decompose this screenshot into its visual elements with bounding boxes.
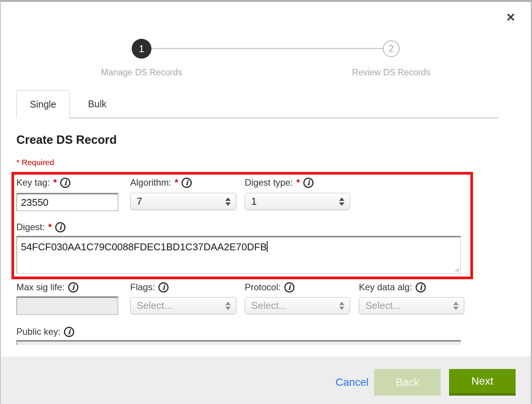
tab-single[interactable]: Single — [16, 90, 70, 118]
max-sig-life-label-text: Max sig life: — [16, 282, 65, 293]
resize-handle-icon[interactable] — [453, 266, 459, 272]
flags-select[interactable]: Select... — [130, 297, 236, 314]
algorithm-select[interactable]: 7 — [130, 193, 236, 210]
key-data-alg-label: Key data alg: i — [359, 282, 426, 293]
key-data-alg-info-icon[interactable]: i — [416, 282, 426, 293]
max-sig-life-info-icon[interactable]: i — [68, 282, 78, 293]
digest-type-select-value: 1 — [251, 196, 256, 207]
digest-type-label: Digest type: * i — [245, 177, 314, 188]
dropdown-stepper-icon — [225, 197, 231, 206]
key-data-alg-select[interactable]: Select... — [359, 297, 464, 314]
protocol-label: Protocol: i — [245, 282, 295, 293]
create-ds-record-modal: ✕ 1 2 Manage DS Records Review DS Record… — [0, 0, 532, 404]
public-key-label-text: Public key: — [16, 326, 61, 337]
close-icon[interactable]: ✕ — [503, 10, 518, 25]
text-cursor — [267, 241, 268, 252]
key-tag-info-icon[interactable]: i — [60, 178, 70, 188]
page-title: Create DS Record — [16, 133, 117, 147]
algorithm-select-value: 7 — [137, 196, 142, 207]
flags-label-text: Flags: — [130, 282, 155, 293]
digest-textarea[interactable]: 54FCF030AA1C79C0088FDEC1BD1C37DAA2E70DFB — [16, 236, 461, 274]
digest-info-icon[interactable]: i — [55, 222, 65, 232]
key-tag-label-text: Key tag: — [16, 177, 50, 188]
key-tag-required-marker: * — [53, 177, 57, 188]
tab-bar-divider — [70, 118, 498, 118]
dropdown-stepper-icon — [339, 302, 344, 310]
digest-type-label-text: Digest type: — [245, 177, 293, 188]
stepper-connector-line — [151, 48, 384, 49]
protocol-select-placeholder: Select... — [251, 300, 287, 312]
public-key-textarea[interactable] — [16, 340, 461, 345]
cancel-button[interactable]: Cancel — [329, 369, 375, 396]
next-button[interactable]: Next — [449, 369, 516, 396]
tab-bulk[interactable]: Bulk — [70, 90, 125, 118]
stepper-step-1-label: Manage DS Records — [81, 67, 202, 78]
dropdown-stepper-icon — [453, 302, 459, 310]
digest-type-info-icon[interactable]: i — [303, 178, 314, 188]
public-key-label: Public key: i — [16, 326, 74, 337]
max-sig-life-input[interactable] — [16, 296, 118, 315]
algorithm-label: Algorithm: * i — [130, 177, 192, 188]
digest-type-required-marker: * — [296, 177, 300, 188]
algorithm-required-marker: * — [175, 177, 178, 188]
dropdown-stepper-icon — [225, 302, 231, 310]
flags-info-icon[interactable]: i — [158, 282, 169, 293]
public-key-info-icon[interactable]: i — [64, 327, 74, 337]
protocol-info-icon[interactable]: i — [284, 282, 295, 293]
stepper-step-2-label: Review DS Records — [330, 67, 452, 78]
digest-label: Digest: * i — [16, 222, 65, 232]
max-sig-life-label: Max sig life: i — [16, 282, 78, 293]
key-data-alg-label-text: Key data alg: — [359, 282, 412, 293]
digest-type-select[interactable]: 1 — [245, 193, 350, 210]
key-tag-input[interactable]: 23550 — [16, 193, 118, 211]
flags-label: Flags: i — [130, 282, 169, 293]
required-note: * Required — [16, 158, 54, 167]
digest-textarea-value: 54FCF030AA1C79C0088FDEC1BD1C37DAA2E70DFB — [21, 241, 267, 253]
dropdown-stepper-icon — [339, 197, 344, 206]
protocol-label-text: Protocol: — [245, 282, 281, 293]
modal-footer: Cancel Back Next — [1, 356, 531, 404]
algorithm-info-icon[interactable]: i — [182, 178, 192, 188]
digest-label-text: Digest: — [16, 222, 45, 232]
digest-required-marker: * — [48, 222, 52, 232]
key-data-alg-select-placeholder: Select... — [365, 300, 401, 312]
protocol-select[interactable]: Select... — [245, 297, 350, 314]
stepper-step-1-circle: 1 — [132, 39, 151, 59]
stepper-step-2-circle: 2 — [383, 40, 400, 57]
flags-select-placeholder: Select... — [137, 300, 172, 312]
algorithm-label-text: Algorithm: — [130, 177, 171, 188]
back-button[interactable]: Back — [374, 369, 441, 396]
key-tag-label: Key tag: * i — [16, 177, 70, 188]
